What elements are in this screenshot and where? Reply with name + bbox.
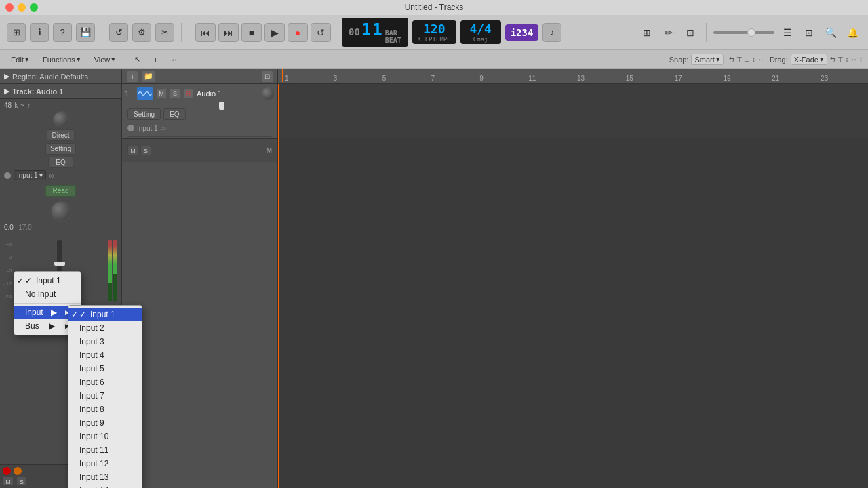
- snap-chevron: ▾: [716, 55, 720, 64]
- volume-knob[interactable]: [51, 201, 71, 222]
- eq-button[interactable]: EQ: [163, 108, 185, 120]
- submenu-input-2[interactable]: Input 2: [68, 321, 142, 335]
- pencil-button[interactable]: ✏: [660, 24, 677, 41]
- traffic-lights: [5, 3, 38, 12]
- input-selector[interactable]: Input 1 ▾: [14, 170, 46, 180]
- submenu-input-14[interactable]: Input 14: [68, 484, 142, 488]
- timesig-display[interactable]: 4/4 Cmaj: [460, 20, 501, 44]
- setting-button[interactable]: Setting: [45, 143, 76, 155]
- snap-value: Smart: [694, 56, 714, 64]
- view-button[interactable]: ⊡: [261, 70, 273, 83]
- mute-button[interactable]: M: [156, 88, 167, 99]
- solo-button[interactable]: S: [170, 88, 180, 99]
- play-button[interactable]: ▶: [264, 23, 285, 42]
- submenu-input-4-label: Input 4: [79, 350, 104, 360]
- link-icon[interactable]: ∞: [161, 123, 167, 133]
- save-button[interactable]: 💾: [76, 23, 95, 42]
- submenu-input-10[interactable]: Input 10: [68, 430, 142, 443]
- search-button[interactable]: 🔍: [822, 24, 840, 41]
- volume-slider-thumb[interactable]: [747, 28, 755, 37]
- tuner-button[interactable]: ♪: [542, 23, 561, 42]
- functions-menu-button[interactable]: Functions ▾: [37, 54, 86, 65]
- settings-button[interactable]: ⚙: [132, 23, 151, 42]
- region-bar[interactable]: ▶ Region: Audio Defaults: [0, 69, 121, 84]
- track-volume-thumb[interactable]: [219, 102, 224, 110]
- ruler-15: 15: [625, 75, 673, 82]
- submenu-input-3[interactable]: Input 3: [68, 335, 142, 348]
- settings-icon: ⚙: [138, 27, 146, 37]
- alerts-button[interactable]: 🔔: [844, 24, 861, 41]
- track-bottom-ms: M S: [127, 146, 151, 155]
- forward-button[interactable]: ⏭: [218, 23, 239, 42]
- grid-button[interactable]: ⊞: [638, 24, 656, 41]
- ruler-1: 1: [283, 75, 332, 82]
- track-bar[interactable]: ▶ Track: Audio 1: [0, 84, 121, 99]
- submenu-input-12[interactable]: Input 12: [68, 457, 142, 470]
- mute-button[interactable]: M: [3, 476, 14, 486]
- region-label: Region: Audio Defaults: [12, 73, 88, 81]
- undo-button[interactable]: ↺: [109, 23, 128, 42]
- submenu-input-4[interactable]: Input 4: [68, 348, 142, 362]
- info-button[interactable]: ℹ: [30, 23, 49, 42]
- timeline-track-1[interactable]: [278, 84, 868, 138]
- submenu-input-3-label: Input 3: [79, 337, 104, 346]
- rec-button[interactable]: R: [183, 88, 194, 99]
- cursor-tool[interactable]: ↖: [129, 54, 146, 65]
- menu-bus-label: Bus: [25, 321, 39, 331]
- marquee-button[interactable]: ⊡: [682, 24, 699, 41]
- cycle-button[interactable]: ↺: [311, 23, 331, 42]
- submenu-input-5[interactable]: Input 5: [68, 362, 142, 375]
- eq-button[interactable]: EQ: [48, 157, 73, 168]
- split-tool[interactable]: ↔: [165, 54, 184, 65]
- fader-thumb[interactable]: [54, 262, 65, 266]
- menu-input1[interactable]: ✓ Input 1: [14, 274, 81, 287]
- extra-icons: ⇆ ⊤ ⊥ ↕ ↔: [729, 56, 764, 63]
- folder-button[interactable]: 📁: [141, 70, 156, 83]
- drag-select[interactable]: X-Fade ▾: [791, 54, 827, 65]
- list-button[interactable]: ☰: [778, 24, 796, 41]
- position-display[interactable]: 00 1 1 BAR BEAT: [342, 18, 408, 47]
- main-knob[interactable]: [53, 111, 69, 127]
- record-button[interactable]: ●: [288, 23, 308, 42]
- solo-button[interactable]: S: [16, 476, 27, 486]
- close-button[interactable]: [5, 3, 14, 12]
- track-strip: 1 M S R Audio 1 Setting: [122, 84, 277, 138]
- library-button[interactable]: ⊞: [7, 23, 26, 42]
- snap-select[interactable]: Smart ▾: [691, 54, 723, 65]
- tempo-display[interactable]: 120 KEEP TEMPO: [412, 20, 456, 44]
- submenu-input-7[interactable]: Input 7: [68, 389, 142, 403]
- track-solo-btn[interactable]: S: [140, 146, 151, 155]
- bus-arrow: ▶: [49, 321, 55, 331]
- menu-no-input[interactable]: No Input: [14, 287, 81, 301]
- track-mute-btn[interactable]: M: [127, 146, 138, 155]
- submenu-input-8[interactable]: Input 8: [68, 403, 142, 416]
- volume-slider-track[interactable]: [713, 31, 774, 34]
- submenu-input-1[interactable]: ✓ Input 1: [68, 308, 142, 321]
- submenu-input-9[interactable]: Input 9: [68, 416, 142, 430]
- drag-chevron: ▾: [820, 55, 824, 64]
- scissors-button[interactable]: ✂: [155, 23, 174, 42]
- window-button[interactable]: ⊡: [800, 24, 818, 41]
- stop-button[interactable]: ■: [241, 23, 262, 42]
- minimize-button[interactable]: [18, 3, 26, 12]
- fullscreen-button[interactable]: [30, 3, 38, 12]
- track-pan-knob[interactable]: [261, 87, 275, 100]
- key-display[interactable]: i234: [505, 24, 539, 41]
- rewind-icon: ⏮: [201, 27, 210, 38]
- help-button[interactable]: ?: [53, 23, 72, 42]
- add-track-button[interactable]: +: [126, 70, 138, 83]
- zoom-tool[interactable]: +: [148, 54, 163, 65]
- master-volume[interactable]: [713, 31, 774, 34]
- sample-rate-value: 48: [4, 102, 12, 109]
- submenu-input-6[interactable]: Input 6: [68, 375, 142, 389]
- direct-button[interactable]: Direct: [47, 129, 74, 141]
- submenu-input-11[interactable]: Input 11: [68, 443, 142, 457]
- setting-button[interactable]: Setting: [127, 108, 161, 120]
- track-number: 1: [125, 89, 134, 98]
- view-menu-button[interactable]: View ▾: [89, 54, 121, 65]
- rewind-button[interactable]: ⏮: [195, 23, 216, 42]
- edit-menu-button[interactable]: Edit ▾: [5, 54, 35, 65]
- link-icon[interactable]: ∞: [49, 171, 55, 180]
- read-button[interactable]: Read: [45, 185, 77, 197]
- submenu-input-13[interactable]: Input 13: [68, 470, 142, 484]
